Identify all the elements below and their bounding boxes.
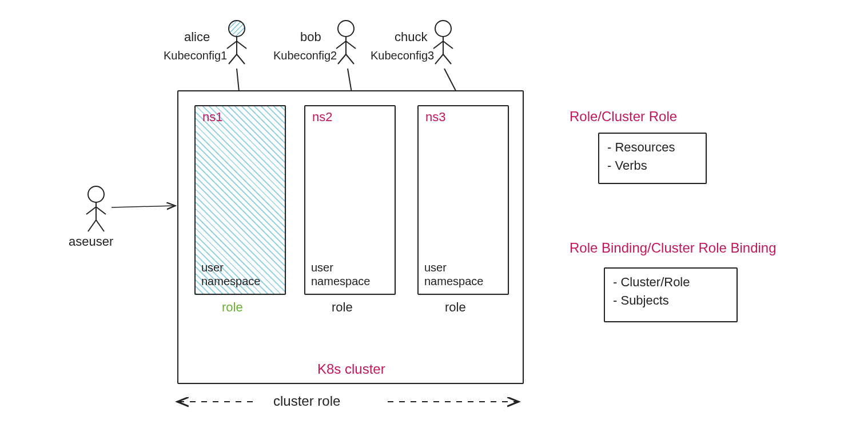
- legend-binding-item-0-text: Cluster/Role: [620, 275, 690, 289]
- bob-figure-icon: [336, 21, 356, 64]
- svg-line-15: [433, 41, 443, 49]
- svg-line-18: [443, 54, 451, 64]
- legend-role-item-0: - Resources: [607, 138, 698, 157]
- aseuser-figure-icon: [86, 186, 106, 231]
- svg-line-4: [237, 41, 246, 49]
- ns2-box: ns2 user namespace: [304, 105, 396, 295]
- svg-line-10: [346, 41, 356, 49]
- ns2-title: ns2: [305, 106, 395, 125]
- ns1-line1: user: [201, 261, 260, 274]
- legend-binding-header: Role Binding/Cluster Role Binding: [570, 240, 777, 256]
- svg-line-9: [336, 41, 346, 49]
- legend-binding-item-0: - Cluster/Role: [613, 273, 728, 291]
- aseuser-to-cluster-arrow: [112, 206, 174, 207]
- legend-role-box: - Resources - Verbs: [598, 133, 707, 184]
- ns3-line2: namespace: [424, 274, 483, 288]
- ns3-box: ns3 user namespace: [417, 105, 509, 295]
- svg-line-22: [96, 207, 106, 214]
- ns2-role-label: role: [332, 300, 353, 315]
- legend-role-header: Role/Cluster Role: [570, 109, 677, 125]
- svg-line-24: [96, 220, 104, 231]
- cluster-title: K8s cluster: [317, 361, 385, 377]
- ns2-line1: user: [311, 261, 370, 274]
- svg-line-21: [86, 207, 96, 214]
- svg-line-3: [227, 41, 237, 49]
- aseuser-name-label: aseuser: [69, 234, 113, 249]
- bob-config-label: Kubeconfig2: [273, 49, 337, 62]
- ns3-role-label: role: [445, 300, 466, 315]
- legend-role-item-0-text: Resources: [615, 140, 675, 154]
- cluster-role-label: cluster role: [273, 393, 340, 409]
- svg-point-13: [435, 21, 451, 37]
- legend-binding-item-1-text: Subjects: [620, 293, 668, 307]
- svg-line-17: [435, 54, 443, 64]
- svg-point-19: [88, 186, 104, 202]
- ns1-line2: namespace: [201, 274, 260, 288]
- svg-line-6: [237, 54, 245, 64]
- legend-binding-item-1: - Subjects: [613, 291, 728, 310]
- alice-config-label: Kubeconfig1: [164, 49, 227, 62]
- svg-line-11: [338, 54, 346, 64]
- ns1-box: ns1 user namespace: [194, 105, 286, 295]
- chuck-figure-icon: [433, 21, 453, 64]
- ns3-line1: user: [424, 261, 483, 274]
- svg-point-7: [338, 21, 354, 37]
- legend-role-item-1-text: Verbs: [615, 158, 647, 173]
- ns2-line2: namespace: [311, 274, 370, 288]
- svg-line-12: [346, 54, 354, 64]
- chuck-config-label: Kubeconfig3: [371, 49, 434, 62]
- alice-figure-icon: [227, 21, 246, 64]
- svg-line-5: [229, 54, 237, 64]
- bob-name-label: bob: [300, 30, 321, 45]
- alice-name-label: alice: [184, 30, 210, 45]
- ns3-title: ns3: [419, 106, 508, 125]
- svg-line-23: [88, 220, 96, 231]
- svg-line-16: [443, 41, 453, 49]
- legend-binding-box: - Cluster/Role - Subjects: [604, 267, 738, 322]
- diagram-root: alice Kubeconfig1 bob Kubeconfig2 chuck …: [0, 0, 868, 448]
- ns1-title: ns1: [196, 106, 285, 125]
- chuck-name-label: chuck: [395, 30, 427, 45]
- svg-point-1: [229, 21, 245, 37]
- ns1-role-label: role: [222, 300, 243, 315]
- legend-role-item-1: - Verbs: [607, 157, 698, 175]
